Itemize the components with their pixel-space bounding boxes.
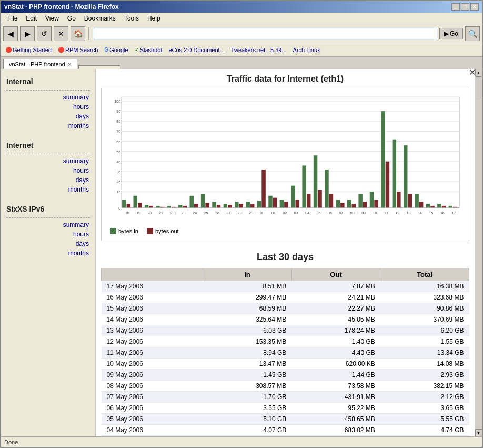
table-header-row: In Out Total (102, 268, 469, 281)
toolbar-separator (88, 27, 89, 40)
content-area: Traffic data for Internet (eth1) 0162636… (96, 69, 475, 436)
tab-vnstat[interactable]: vnStat - PHP frontend ✕ (3, 59, 77, 69)
tab-bar: vnStat - PHP frontend ✕ ✕ (1, 57, 482, 69)
bookmark-rpm-search[interactable]: 🔴 RPM Search (56, 46, 100, 54)
sidebar-section-internal: Internal (1, 73, 95, 88)
search-button[interactable]: 🔍 (465, 26, 480, 41)
sidebar-link-internal-hours[interactable]: hours (1, 102, 95, 112)
address-input[interactable] (93, 28, 437, 39)
svg-rect-79 (336, 200, 340, 207)
table-row: 09 May 2006 1.49 GB 1.44 GB 2.93 GB (102, 370, 469, 381)
svg-text:19: 19 (136, 211, 140, 215)
sidebar-link-sixxs-months[interactable]: months (1, 248, 95, 258)
svg-text:20: 20 (148, 211, 152, 215)
bookmarks-bar: 🔴 Getting Started 🔴 RPM Search G Google … (1, 43, 482, 57)
bookmark-tweakers[interactable]: Tweakers.net - 5.39... (229, 46, 289, 54)
svg-text:21: 21 (159, 211, 163, 215)
svg-rect-97 (404, 145, 407, 208)
table-row: 13 May 2006 6.03 GB 178.24 MB 6.20 GB (102, 325, 469, 336)
bookmark-ecos[interactable]: eCos 2.0 Document... (166, 46, 226, 54)
cell-date: 12 May 2006 (102, 336, 203, 347)
tab-close-icon[interactable]: ✕ (67, 62, 72, 67)
bookmark-slashdot[interactable]: ✓ Slashdot (133, 46, 165, 54)
home-button[interactable]: 🏠 (71, 26, 85, 41)
svg-rect-22 (122, 200, 126, 207)
reload-button[interactable]: ↺ (37, 26, 52, 41)
cell-total: 2.93 GB (380, 370, 469, 381)
sidebar-link-internet-summary[interactable]: summary (1, 156, 95, 166)
sidebar-link-internal-summary[interactable]: summary (1, 93, 95, 102)
cell-out: 620.00 KB (291, 359, 380, 370)
menu-help[interactable]: Help (143, 14, 165, 23)
svg-text:17: 17 (451, 211, 456, 215)
bookmark-google[interactable]: G Google (102, 46, 130, 54)
minimize-button[interactable]: _ (451, 3, 460, 11)
svg-text:16: 16 (116, 190, 120, 194)
svg-rect-23 (127, 204, 130, 208)
menu-file[interactable]: File (3, 14, 22, 23)
sidebar-link-internet-hours[interactable]: hours (1, 166, 95, 175)
svg-rect-50 (228, 205, 232, 208)
go-button[interactable]: ▶ Go (439, 28, 463, 39)
go-label: Go (450, 30, 458, 37)
scrollbar[interactable]: ▲ ▼ (475, 69, 482, 436)
scroll-down-button[interactable]: ▼ (475, 429, 482, 436)
cell-total: 382.15 MB (380, 381, 469, 392)
cell-in: 8.94 GB (203, 347, 292, 359)
title-bar-title: vnStat - PHP frontend - Mozilla Firefox (4, 3, 119, 11)
sidebar-link-internet-days[interactable]: days (1, 175, 95, 185)
stop-button[interactable]: ✕ (54, 26, 68, 41)
svg-rect-53 (239, 204, 243, 208)
sidebar-link-internal-months[interactable]: months (1, 121, 95, 131)
data-table: In Out Total 17 May 2006 8.51 MB 7.87 MB… (101, 268, 469, 436)
svg-rect-31 (156, 206, 159, 208)
svg-text:46: 46 (116, 160, 120, 164)
menu-edit[interactable]: Edit (22, 14, 41, 23)
scroll-up-button[interactable]: ▲ (475, 69, 482, 76)
cell-out: 458.65 MB (291, 414, 380, 425)
bookmark-getting-started[interactable]: 🔴 Getting Started (3, 46, 54, 54)
chart-title: Traffic data for Internet (eth1) (101, 74, 469, 84)
menu-go[interactable]: Go (63, 14, 80, 23)
sidebar-link-sixxs-hours[interactable]: hours (1, 230, 95, 239)
back-button[interactable]: ◀ (3, 26, 18, 41)
cell-date: 17 May 2006 (102, 281, 203, 292)
cell-total: 14.08 MB (380, 359, 469, 370)
maximize-button[interactable]: □ (461, 3, 469, 11)
svg-rect-103 (426, 204, 430, 208)
bookmark-arch[interactable]: Arch Linux (291, 46, 323, 54)
svg-text:13: 13 (407, 211, 411, 215)
svg-rect-101 (419, 202, 423, 207)
col-header-in: In (203, 268, 292, 281)
svg-text:76: 76 (116, 130, 120, 134)
svg-rect-109 (449, 206, 452, 208)
svg-rect-37 (178, 205, 182, 208)
bookmark-label-2: Google (109, 47, 128, 53)
svg-rect-26 (138, 203, 142, 208)
traffic-chart: 0162636465666768696106181920212223242526… (106, 93, 465, 224)
table-row: 04 May 2006 4.07 GB 683.02 MB 4.74 GB (102, 425, 469, 436)
cell-in: 68.59 MB (203, 303, 292, 314)
table-row: 05 May 2006 5.10 GB 458.65 MB 5.55 GB (102, 414, 469, 425)
cell-out: 1.40 GB (291, 336, 380, 347)
sidebar-link-internal-days[interactable]: days (1, 112, 95, 121)
chart-container: Traffic data for Internet (eth1) 0162636… (96, 69, 475, 246)
title-bar-buttons: _ □ ✕ (451, 3, 479, 11)
scroll-thumb[interactable] (476, 76, 481, 97)
menu-bookmarks[interactable]: Bookmarks (80, 14, 120, 23)
forward-button[interactable]: ▶ (20, 26, 35, 41)
menu-view[interactable]: View (41, 14, 63, 23)
svg-text:24: 24 (193, 211, 197, 215)
svg-rect-92 (386, 162, 389, 208)
tab-empty[interactable] (78, 65, 120, 69)
svg-rect-61 (268, 196, 272, 208)
svg-rect-67 (291, 186, 295, 208)
sidebar-link-sixxs-days[interactable]: days (1, 239, 95, 248)
close-button[interactable]: ✕ (470, 3, 479, 11)
sidebar-link-sixxs-summary[interactable]: summary (1, 220, 95, 230)
menu-tools[interactable]: Tools (120, 14, 143, 23)
sidebar-link-internet-months[interactable]: months (1, 185, 95, 194)
legend-color-in (110, 228, 116, 234)
svg-rect-94 (393, 140, 396, 208)
svg-rect-56 (250, 204, 254, 208)
